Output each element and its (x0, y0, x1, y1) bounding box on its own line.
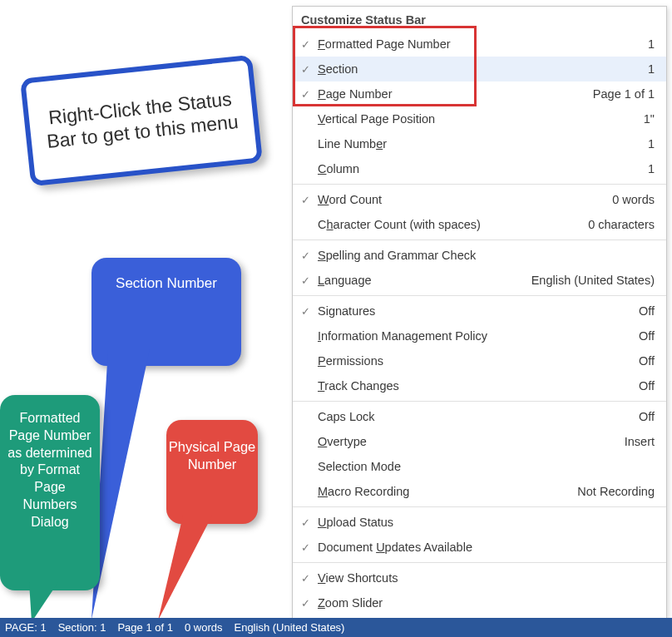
status-bar[interactable]: PAGE: 1 Section: 1 Page 1 of 1 0 words E… (0, 618, 672, 637)
check-icon: ✓ (293, 63, 318, 76)
menu-item-label: Formatted Page Number (318, 37, 648, 51)
callout-formatted-page: Formatted Page Number as determined by F… (0, 395, 100, 590)
menu-item-value: 1 (648, 37, 655, 51)
instruction-text: Right-Click the Status Bar to get to thi… (38, 87, 245, 154)
customize-status-bar-menu[interactable]: Customize Status Bar ✓Formatted Page Num… (292, 6, 667, 637)
menu-item-value: Insert (625, 435, 655, 448)
menu-item[interactable]: Selection Mode (293, 454, 666, 479)
menu-item-label: Line Number (318, 137, 648, 151)
check-icon: ✓ (293, 194, 318, 206)
menu-item[interactable]: ✓LanguageEnglish (United States) (293, 268, 666, 293)
svg-marker-2 (158, 516, 212, 620)
menu-item-label: Spelling and Grammar Check (318, 249, 655, 262)
menu-item-label: Vertical Page Position (318, 112, 644, 126)
menu-item-value: Page 1 of 1 (593, 87, 655, 101)
menu-item-label: Signatures (318, 304, 639, 318)
callout-section-number: Section Number (91, 258, 241, 366)
menu-separator (293, 239, 666, 240)
menu-item-value: 1" (644, 112, 655, 126)
menu-item-value: Not Recording (577, 485, 655, 498)
menu-item[interactable]: OvertypeInsert (293, 429, 666, 454)
menu-item-value: Off (639, 379, 655, 393)
menu-item-value: 1 (648, 137, 655, 151)
menu-item-label: Selection Mode (318, 460, 655, 473)
menu-item[interactable]: ✓Page NumberPage 1 of 1 (293, 81, 666, 106)
menu-title: Customize Status Bar (293, 7, 666, 32)
menu-item-value: Off (639, 410, 655, 423)
menu-item[interactable]: ✓Zoom Slider (293, 590, 666, 615)
menu-item-label: Section (318, 62, 648, 76)
menu-item[interactable]: Vertical Page Position1" (293, 106, 666, 131)
status-words[interactable]: 0 words (185, 621, 223, 634)
menu-item[interactable]: ✓Upload Status (293, 510, 666, 535)
menu-item-label: Caps Lock (318, 410, 639, 423)
svg-marker-0 (91, 349, 150, 620)
menu-item-label: Information Management Policy (318, 329, 639, 343)
menu-item-label: View Shortcuts (318, 571, 655, 585)
check-icon: ✓ (293, 541, 318, 554)
callout-physical-page: Physical Page Number (166, 420, 258, 524)
status-page[interactable]: PAGE: 1 (5, 621, 47, 634)
check-icon: ✓ (293, 516, 318, 529)
menu-item[interactable]: ✓View Shortcuts (293, 565, 666, 590)
menu-item-label: Language (318, 274, 531, 287)
menu-item-label: Column (318, 162, 648, 175)
check-icon: ✓ (293, 249, 318, 262)
check-icon: ✓ (293, 88, 318, 101)
menu-separator (293, 184, 666, 185)
menu-item-label: Overtype (318, 435, 625, 448)
check-icon: ✓ (293, 38, 318, 51)
menu-item-label: Zoom Slider (318, 596, 655, 610)
menu-item[interactable]: PermissionsOff (293, 348, 666, 373)
status-page-of[interactable]: Page 1 of 1 (117, 621, 173, 634)
menu-separator (293, 401, 666, 402)
menu-item-value: 0 words (612, 193, 655, 206)
menu-item[interactable]: Line Number1 (293, 131, 666, 156)
menu-item-label: Permissions (318, 354, 639, 368)
menu-item-label: Macro Recording (318, 485, 577, 498)
menu-separator (293, 562, 666, 563)
menu-item[interactable]: ✓Document Updates Available (293, 535, 666, 560)
menu-item-value: Off (639, 354, 655, 368)
menu-item[interactable]: ✓Section1 (293, 57, 666, 81)
menu-item-label: Character Count (with spaces) (318, 218, 588, 231)
menu-item[interactable]: ✓SignaturesOff (293, 299, 666, 323)
menu-item[interactable]: ✓Formatted Page Number1 (293, 32, 666, 57)
status-language[interactable]: English (United States) (234, 621, 344, 634)
menu-separator (293, 506, 666, 507)
check-icon: ✓ (293, 572, 318, 585)
menu-item[interactable]: Information Management PolicyOff (293, 323, 666, 348)
menu-item[interactable]: ✓Spelling and Grammar Check (293, 243, 666, 268)
check-icon: ✓ (293, 274, 318, 287)
menu-item-value: 1 (648, 162, 655, 175)
check-icon: ✓ (293, 305, 318, 318)
menu-item-label: Word Count (318, 193, 612, 206)
check-icon: ✓ (293, 597, 318, 610)
menu-item-value: Off (639, 329, 655, 343)
menu-item[interactable]: Track ChangesOff (293, 373, 666, 398)
menu-item-label: Upload Status (318, 516, 655, 529)
callout-physical-tail (150, 516, 225, 624)
menu-item-value: 0 characters (588, 218, 655, 231)
menu-item[interactable]: Column1 (293, 156, 666, 181)
menu-item[interactable]: Character Count (with spaces)0 character… (293, 212, 666, 237)
instruction-callout: Right-Click the Status Bar to get to thi… (20, 55, 263, 187)
callout-physical-text: Physical Page Number (166, 438, 258, 474)
menu-item[interactable]: Caps LockOff (293, 404, 666, 429)
menu-item-value: 1 (648, 62, 655, 76)
menu-item-value: English (United States) (531, 274, 655, 287)
callout-formatted-text: Formatted Page Number as determined by F… (7, 410, 93, 531)
menu-separator (293, 295, 666, 296)
menu-item-label: Track Changes (318, 379, 639, 393)
menu-item[interactable]: Macro RecordingNot Recording (293, 479, 666, 504)
menu-item-value: Off (639, 304, 655, 318)
callout-section-text: Section Number (116, 274, 217, 293)
status-section[interactable]: Section: 1 (58, 621, 106, 634)
menu-item[interactable]: ✓Word Count0 words (293, 187, 666, 212)
menu-item-label: Document Updates Available (318, 541, 655, 554)
menu-item-label: Page Number (318, 87, 593, 101)
